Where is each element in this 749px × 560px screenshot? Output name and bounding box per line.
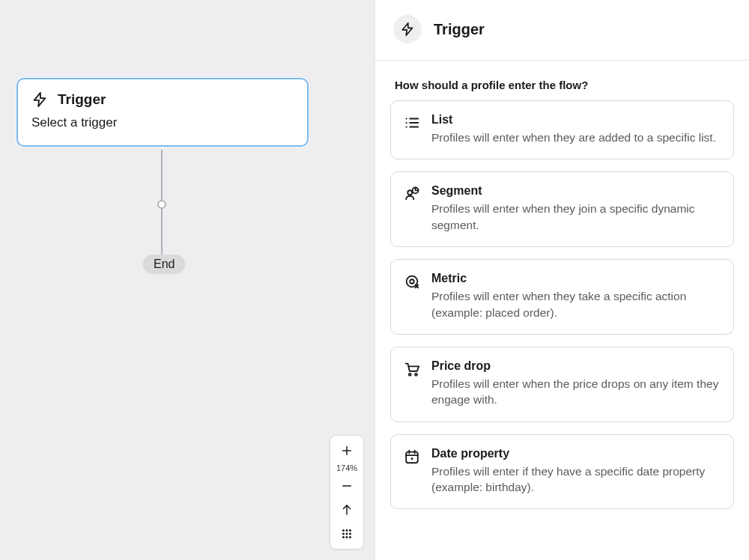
- option-title: Price drop: [431, 359, 720, 373]
- option-desc: Profiles will enter when they join a spe…: [431, 201, 720, 233]
- svg-point-31: [411, 457, 413, 460]
- svg-point-12: [346, 536, 348, 538]
- trigger-node[interactable]: Trigger Select a trigger: [16, 78, 309, 147]
- svg-point-26: [415, 374, 417, 376]
- option-title: Metric: [431, 272, 720, 285]
- zoom-toolbox: 174%: [330, 435, 364, 550]
- trigger-option-date-property[interactable]: Date property Profiles will enter if the…: [390, 434, 734, 510]
- zoom-out-button[interactable]: [330, 474, 363, 498]
- cart-icon: [403, 359, 421, 408]
- svg-marker-0: [34, 93, 46, 106]
- svg-point-10: [349, 533, 351, 535]
- panel-title: Trigger: [434, 21, 485, 38]
- zoom-in-button[interactable]: [330, 439, 363, 463]
- svg-point-21: [407, 191, 412, 195]
- trigger-option-segment[interactable]: Segment Profiles will enter when they jo…: [390, 171, 734, 247]
- segment-icon: [403, 184, 421, 233]
- option-desc: Profiles will enter when they are added …: [431, 130, 720, 145]
- option-desc: Profiles will enter if they have a speci…: [431, 463, 720, 496]
- trigger-node-subtitle: Select a trigger: [31, 115, 294, 130]
- end-node: End: [143, 255, 185, 274]
- svg-point-7: [349, 529, 351, 532]
- trigger-option-list[interactable]: List Profiles will enter when they are a…: [390, 100, 734, 159]
- svg-point-9: [346, 533, 348, 535]
- svg-rect-27: [406, 451, 418, 463]
- trigger-option-metric[interactable]: Metric Profiles will enter when they tak…: [390, 259, 734, 335]
- trigger-config-panel: Trigger How should a profile enter the f…: [374, 0, 749, 560]
- metric-icon: [403, 272, 421, 320]
- lightning-icon: [393, 15, 422, 43]
- zoom-grid-button[interactable]: [330, 522, 363, 546]
- svg-point-15: [406, 118, 407, 119]
- svg-point-8: [342, 533, 345, 535]
- trigger-option-price-drop[interactable]: Price drop Profiles will enter when the …: [390, 347, 734, 422]
- svg-point-17: [406, 126, 407, 127]
- list-icon: [403, 113, 421, 145]
- option-title: Date property: [431, 447, 720, 460]
- svg-marker-14: [402, 23, 412, 36]
- flow-canvas[interactable]: Trigger Select a trigger End 174%: [0, 0, 374, 560]
- option-title: Segment: [431, 184, 720, 198]
- trigger-node-title: Trigger: [58, 91, 106, 108]
- panel-subtitle: How should a profile enter the flow?: [395, 79, 731, 91]
- svg-point-13: [349, 536, 351, 538]
- zoom-reset-button[interactable]: [330, 498, 363, 522]
- panel-header: Trigger: [375, 0, 749, 61]
- option-title: List: [431, 113, 720, 127]
- option-desc: Profiles will enter when they take a spe…: [431, 288, 720, 320]
- lightning-icon: [31, 91, 48, 108]
- connector-handle[interactable]: [157, 200, 166, 209]
- svg-point-5: [342, 529, 345, 532]
- svg-point-16: [406, 122, 407, 124]
- svg-point-24: [410, 279, 414, 284]
- svg-point-11: [342, 536, 345, 538]
- svg-point-25: [409, 374, 411, 376]
- calendar-icon: [403, 447, 421, 496]
- zoom-percent: 174%: [336, 463, 357, 474]
- svg-point-6: [346, 529, 348, 532]
- option-desc: Profiles will enter when the price drops…: [431, 376, 720, 408]
